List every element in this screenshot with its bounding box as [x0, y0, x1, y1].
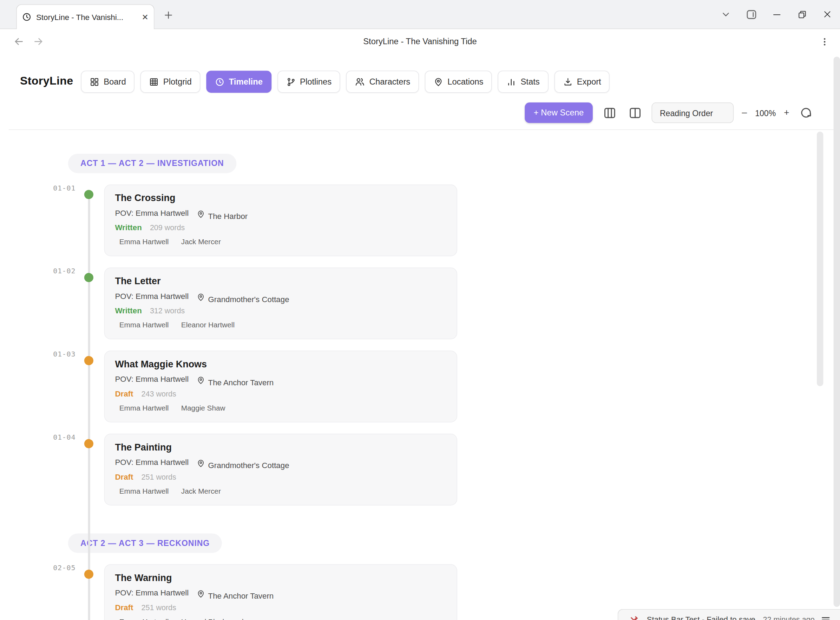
kebab-menu-icon[interactable] [816, 33, 832, 50]
scene-pov: POV: Emma Hartwell [115, 458, 189, 467]
scene-title: What Maggie Knows [115, 358, 446, 370]
scene-tag[interactable]: Emma Hartwell [119, 617, 169, 620]
scene-tags: Emma HartwellEleanor Hartwell [115, 321, 446, 329]
scene-title: The Letter [115, 276, 446, 287]
new-scene-button[interactable]: + New Scene [525, 102, 593, 123]
scene-status: Draft [115, 473, 133, 482]
scene-card[interactable]: What Maggie KnowsPOV: Emma HartwellThe A… [104, 351, 457, 422]
scene-card[interactable]: The WarningPOV: Emma HartwellThe Anchor … [104, 564, 457, 620]
scene-tags: Emma HartwellJack Mercer [115, 238, 446, 246]
new-tab-button[interactable] [160, 7, 176, 23]
scene-tag[interactable]: Eleanor Hartwell [181, 321, 235, 329]
restore-button[interactable] [789, 0, 815, 29]
scene-pov: POV: Emma Hartwell [115, 209, 189, 218]
location-pin-icon [197, 210, 205, 218]
scene-tag[interactable]: Jack Mercer [181, 238, 221, 246]
scene-date: 01-03 [0, 350, 75, 358]
columns-two-icon[interactable] [626, 104, 644, 121]
columns-three-icon[interactable] [601, 104, 618, 121]
close-window-button[interactable] [815, 0, 840, 29]
scene-card[interactable]: The LetterPOV: Emma HartwellGrandmother'… [104, 268, 457, 339]
scene-title: The Crossing [115, 193, 446, 204]
scene-word-count: 312 words [150, 306, 185, 315]
timeline-entry: 01-03What Maggie KnowsPOV: Emma Hartwell… [0, 351, 840, 422]
content-scrollbar-thumb[interactable] [817, 132, 823, 386]
tab-title: StoryLine - The Vanishi... [36, 13, 137, 21]
order-select[interactable]: Reading Order [652, 102, 734, 123]
scene-card[interactable]: The CrossingPOV: Emma HartwellThe Harbor… [104, 185, 457, 256]
window-controls [713, 0, 840, 29]
status-toast[interactable]: Status Bar Test - Failed to save 22 minu… [618, 609, 840, 620]
tab-label: Board [104, 77, 126, 87]
app-window: StoryLine - The Vanishi... ✕ [0, 0, 840, 620]
scene-status: Draft [115, 603, 133, 612]
location-pin-icon [197, 376, 205, 385]
scene-tag[interactable]: Emma Hartwell [119, 404, 169, 412]
tab-list-chevron-icon[interactable] [713, 0, 739, 29]
zoom-level: 100% [755, 108, 776, 117]
tab-plotgrid[interactable]: Plotgrid [140, 71, 200, 93]
minimize-button[interactable] [764, 0, 789, 29]
scene-card[interactable]: The PaintingPOV: Emma HartwellGrandmothe… [104, 434, 457, 505]
clock-favicon-icon [22, 12, 31, 21]
timeline-dot [84, 569, 94, 579]
tab-label: Stats [520, 77, 539, 87]
tab-timeline[interactable]: Timeline [206, 71, 271, 93]
toast-menu-icon[interactable] [821, 615, 831, 620]
tab-plotlines[interactable]: Plotlines [277, 71, 340, 93]
timeline-dot [84, 356, 94, 365]
scene-date: 01-02 [0, 267, 75, 275]
zoom-in-button[interactable]: + [784, 107, 789, 118]
scene-date: 01-01 [0, 184, 75, 192]
scene-location: The Anchor Tavern [208, 591, 274, 600]
timeline-entry: 01-01The CrossingPOV: Emma HartwellThe H… [0, 185, 840, 256]
sync-failed-icon [629, 615, 640, 620]
timeline-toolbar: + New Scene Reading Order – 100% + [525, 102, 815, 123]
board-icon [89, 77, 100, 87]
tab-label: Timeline [229, 77, 263, 87]
refresh-icon[interactable] [798, 104, 815, 121]
split-screen-icon[interactable] [739, 0, 764, 29]
scene-tags: Emma HartwellJack Mercer [115, 487, 446, 495]
timeline-entry: 01-04The PaintingPOV: Emma HartwellGrand… [0, 434, 840, 505]
scene-location: The Harbor [208, 212, 248, 221]
scene-tag[interactable]: Emma Hartwell [119, 238, 169, 246]
act-badge: ACT 1 — ACT 2 — INVESTIGATION [68, 153, 236, 173]
timeline-dot [84, 190, 94, 199]
tab-label: Characters [369, 77, 410, 87]
scene-word-count: 251 words [142, 603, 176, 612]
clock-icon [215, 77, 225, 87]
app-brand: StoryLine [20, 74, 73, 87]
tab-board[interactable]: Board [81, 71, 135, 93]
toast-time: 22 minutes ago [763, 615, 815, 620]
scene-tags: Emma HartwellMaggie Shaw [115, 404, 446, 412]
location-pin-icon [197, 459, 205, 468]
tab-characters[interactable]: Characters [346, 71, 419, 93]
scene-date: 02-05 [0, 563, 75, 572]
scene-location: Grandmother's Cottage [208, 461, 290, 470]
tab-close-icon[interactable]: ✕ [142, 13, 148, 21]
scene-tag[interactable]: Maggie Shaw [181, 404, 225, 412]
scene-tag[interactable]: Emma Hartwell [119, 321, 169, 329]
page-scrollbar-thumb[interactable] [834, 57, 840, 606]
tab-label: Locations [447, 77, 483, 87]
tab-label: Export [577, 77, 601, 87]
tab-stats[interactable]: Stats [498, 71, 548, 93]
browser-nav-row: StoryLine - The Vanishing Tide [0, 29, 840, 54]
tab-export[interactable]: Export [554, 71, 610, 93]
scene-title: The Painting [115, 442, 446, 453]
scene-tag[interactable]: Jack Mercer [181, 487, 221, 495]
scene-location: The Anchor Tavern [208, 378, 274, 387]
tab-locations[interactable]: Locations [425, 71, 492, 93]
plotgrid-icon [149, 77, 159, 87]
scene-pov: POV: Emma Hartwell [115, 588, 189, 597]
scene-title: The Warning [115, 572, 446, 584]
zoom-out-button[interactable]: – [742, 107, 747, 118]
scene-tag[interactable]: Howard Blackwood [181, 617, 244, 620]
scene-tag[interactable]: Emma Hartwell [119, 487, 169, 495]
scene-date: 01-04 [0, 433, 75, 441]
timeline-dot [84, 439, 94, 448]
scene-word-count: 251 words [142, 473, 176, 482]
browser-tab[interactable]: StoryLine - The Vanishi... ✕ [16, 4, 154, 29]
toast-label: Status Bar Test - Failed to save [647, 615, 756, 620]
